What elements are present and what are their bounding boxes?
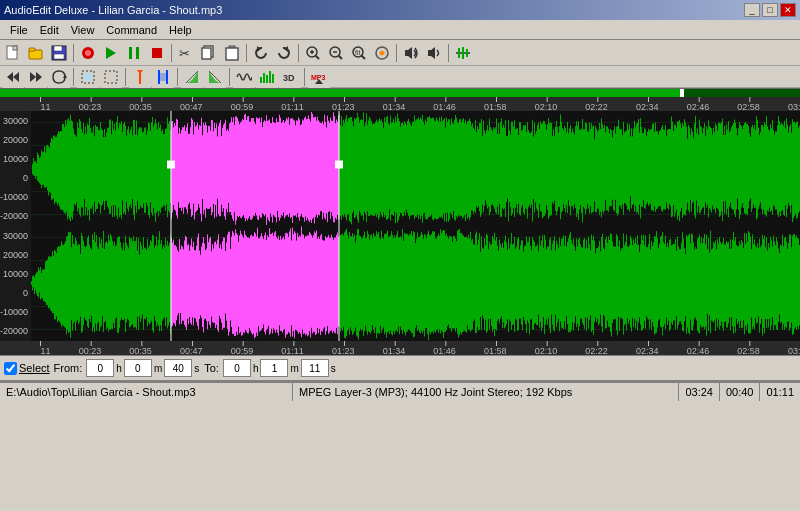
menu-help[interactable]: Help <box>163 22 198 38</box>
svg-marker-40 <box>30 72 36 82</box>
format-info: MPEG Layer-3 (MP3); 44100 Hz Joint Stere… <box>299 386 572 398</box>
menu-command[interactable]: Command <box>100 22 163 38</box>
region-button[interactable] <box>152 66 174 88</box>
zoom-fit-button[interactable]: fit <box>348 42 370 64</box>
loop-button[interactable] <box>48 66 70 88</box>
svg-rect-52 <box>266 75 268 83</box>
to-seconds[interactable] <box>301 359 329 377</box>
remaining-time: 01:11 <box>766 386 794 398</box>
toolbar-row-2: 3D MP3 <box>0 66 800 88</box>
svg-rect-34 <box>458 48 460 58</box>
svg-rect-15 <box>202 48 211 59</box>
3d-btn[interactable]: 3D <box>279 66 301 88</box>
close-button[interactable]: ✕ <box>780 3 796 17</box>
rewind-button[interactable] <box>2 66 24 88</box>
normalize-button[interactable] <box>452 42 474 64</box>
separator-6 <box>448 44 449 62</box>
from-minutes[interactable] <box>124 359 152 377</box>
svg-rect-35 <box>462 47 464 59</box>
remaining-section: 01:11 <box>760 383 800 401</box>
menu-edit[interactable]: Edit <box>34 22 65 38</box>
svg-text:✂: ✂ <box>179 46 190 61</box>
redo-button[interactable] <box>273 42 295 64</box>
svg-rect-1 <box>13 46 17 50</box>
menu-bar: File Edit View Command Help <box>0 20 800 40</box>
deselect-button[interactable] <box>100 66 122 88</box>
title-bar-controls: _ □ ✕ <box>744 3 796 17</box>
waveform-top-canvas[interactable] <box>31 111 800 226</box>
menu-file[interactable]: File <box>4 22 34 38</box>
svg-rect-43 <box>84 73 92 81</box>
from-time-group: h m s <box>86 359 200 377</box>
paste-button[interactable] <box>221 42 243 64</box>
svg-marker-39 <box>36 72 42 82</box>
record-button[interactable] <box>77 42 99 64</box>
minimize-button[interactable]: _ <box>744 3 760 17</box>
svg-line-28 <box>362 55 366 59</box>
select-all-button[interactable] <box>77 66 99 88</box>
svg-rect-51 <box>263 73 265 83</box>
to-hours[interactable] <box>223 359 251 377</box>
separator-8 <box>125 68 126 86</box>
select-checkbox[interactable] <box>4 362 17 375</box>
separator-4 <box>298 44 299 62</box>
zoom-in-button[interactable] <box>302 42 324 64</box>
svg-text:3D: 3D <box>283 73 295 83</box>
timeline-top <box>0 97 800 111</box>
status-bar: E:\Audio\Top\Lilian Garcia - Shout.mp3 M… <box>0 381 800 401</box>
select-label[interactable]: Select <box>19 362 50 374</box>
fade-in-button[interactable] <box>181 66 203 88</box>
svg-rect-50 <box>260 77 262 83</box>
title-bar-text: AudioEdit Deluxe - Lilian Garcia - Shout… <box>4 4 222 16</box>
separator-1 <box>73 44 74 62</box>
vol-up-button[interactable] <box>400 42 422 64</box>
separator-9 <box>177 68 178 86</box>
total-time: 03:24 <box>685 386 713 398</box>
stop-button[interactable] <box>146 42 168 64</box>
save-button[interactable] <box>48 42 70 64</box>
cut-button[interactable]: ✂ <box>175 42 197 64</box>
play-button[interactable] <box>100 42 122 64</box>
selection-length: 00:40 <box>726 386 754 398</box>
zoom-out-button[interactable] <box>325 42 347 64</box>
position-indicator <box>0 89 680 97</box>
new-button[interactable] <box>2 42 24 64</box>
spectrum-btn[interactable] <box>256 66 278 88</box>
maximize-button[interactable]: □ <box>762 3 778 17</box>
marker-button[interactable] <box>129 66 151 88</box>
svg-text:fit: fit <box>355 49 361 56</box>
to-time-group: h m s <box>223 359 337 377</box>
menu-view[interactable]: View <box>65 22 101 38</box>
pause-button[interactable] <box>123 42 145 64</box>
svg-rect-11 <box>136 47 139 59</box>
vol-down-button[interactable] <box>423 42 445 64</box>
svg-marker-37 <box>7 72 13 82</box>
channel-bottom: 30000 20000 10000 0 -10000 -20000 30000 … <box>0 226 800 341</box>
separator-11 <box>304 68 305 86</box>
from-label: From: <box>54 362 83 374</box>
forward-button[interactable] <box>25 66 47 88</box>
to-minutes[interactable] <box>260 359 288 377</box>
waveform-bottom-canvas[interactable] <box>31 226 800 341</box>
wave-btn[interactable] <box>233 66 255 88</box>
svg-rect-36 <box>466 49 468 57</box>
separator-5 <box>396 44 397 62</box>
fade-out-button[interactable] <box>204 66 226 88</box>
from-hours[interactable] <box>86 359 114 377</box>
toolbar-row-1: ✂ fit <box>0 40 800 66</box>
playhead <box>680 89 684 97</box>
effects-button[interactable] <box>371 42 393 64</box>
svg-marker-31 <box>405 47 412 59</box>
separator-2 <box>171 44 172 62</box>
copy-button[interactable] <box>198 42 220 64</box>
position-bar[interactable] <box>0 88 800 97</box>
export-mp3-button[interactable]: MP3 <box>308 66 330 88</box>
open-button[interactable] <box>25 42 47 64</box>
file-path-section: E:\Audio\Top\Lilian Garcia - Shout.mp3 <box>0 383 293 401</box>
svg-rect-49 <box>159 73 167 81</box>
y-axis-left-bottom: 30000 20000 10000 0 -10000 -20000 <box>0 226 31 341</box>
channel-top: 30000 20000 10000 0 -10000 -20000 30000 … <box>0 111 800 226</box>
svg-rect-54 <box>272 74 274 83</box>
from-seconds[interactable] <box>164 359 192 377</box>
undo-button[interactable] <box>250 42 272 64</box>
